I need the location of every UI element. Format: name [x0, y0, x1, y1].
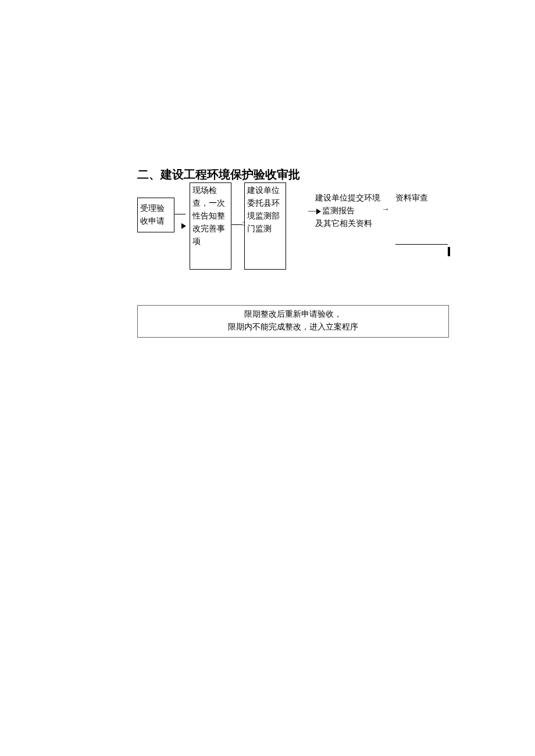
flow-box-onsite-check: 现场检查，一次性告知整改完善事项	[190, 182, 231, 270]
arrow-mid: →	[381, 205, 390, 214]
bottom-line1: 限期整改后重新申请验收，	[138, 308, 448, 321]
section-title: 二、建设工程环境保护验收审批	[137, 167, 300, 182]
tick-mark	[448, 247, 450, 256]
flow-text-submit-report: 建设单位提交环境 —监测报告 及其它相关资料	[308, 192, 390, 230]
bottom-line2: 限期内不能完成整改，进入立案程序	[138, 321, 448, 334]
flow-box-accept-application: 受理验收申请	[137, 198, 174, 232]
text4-line2-row: —监测报告	[308, 205, 390, 217]
text4-line1: 建设单位提交环境	[315, 192, 390, 205]
arrow-prefix-2: —	[308, 206, 316, 215]
box3-text: 建设单位委托县环境监测部门监测	[247, 186, 280, 233]
flow-box-entrust-monitor: 建设单位委托县环境监测部门监测	[244, 182, 286, 270]
text4-line3: 及其它相关资料	[315, 217, 390, 230]
connector-dash-1: -----	[174, 209, 185, 218]
box1-text: 受理验收申请	[140, 202, 172, 228]
text4-line2: 监测报告	[322, 206, 355, 215]
box2-text: 现场检查，一次性告知整改完善事项	[192, 186, 225, 246]
flow-box-rectification: 限期整改后重新申请验收， 限期内不能完成整改，进入立案程序	[137, 305, 449, 338]
arrow-1	[181, 221, 186, 230]
underline	[395, 244, 448, 245]
arrow-triangle-icon	[181, 223, 186, 229]
arrow-triangle-2-icon	[316, 209, 321, 214]
flow-text-review: 资料审查	[395, 192, 442, 205]
